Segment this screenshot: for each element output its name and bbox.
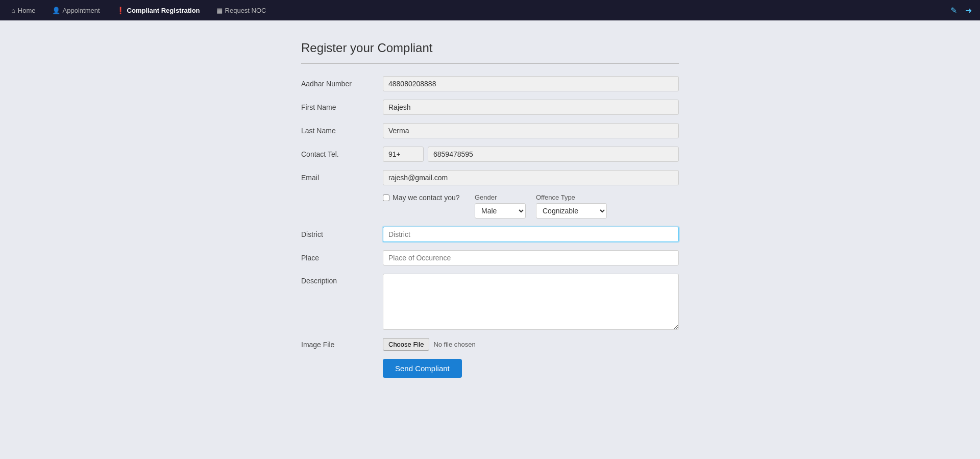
nav-item-compliant[interactable]: ❗ Compliant Registration — [113, 5, 203, 16]
offence-label: Offence Type — [536, 194, 607, 201]
offence-select[interactable]: Cognizable Non-Cognizable — [536, 203, 607, 219]
contact-options-row: May we contact you? Gender Male Female O… — [301, 194, 679, 219]
description-row: Description — [301, 274, 679, 330]
home-icon: ⌂ — [11, 7, 15, 14]
contact-row-content: May we contact you? Gender Male Female O… — [383, 194, 679, 219]
lastname-label: Last Name — [301, 127, 383, 135]
contact-checkbox[interactable] — [383, 195, 389, 201]
tel-number-input — [428, 147, 679, 162]
contact-checkbox-group: May we contact you? — [383, 194, 464, 202]
image-file-row: Image File Choose File No file chosen — [301, 338, 679, 351]
navbar-right: ✎ ➜ — [950, 6, 972, 15]
image-label: Image File — [301, 341, 383, 349]
gender-label: Gender — [475, 194, 526, 201]
firstname-label: First Name — [301, 103, 383, 111]
user-icon: 👤 — [52, 7, 60, 14]
description-textarea[interactable] — [383, 274, 679, 330]
edit-icon[interactable]: ✎ — [950, 6, 957, 15]
divider — [301, 63, 679, 64]
contact-tel-row: Contact Tel. — [301, 147, 679, 162]
choose-file-button[interactable]: Choose File — [383, 338, 429, 351]
aadhar-row: Aadhar Number — [301, 76, 679, 91]
email-row: Email — [301, 170, 679, 185]
place-input[interactable] — [383, 250, 679, 265]
tel-group — [383, 147, 679, 162]
page-title: Register your Compliant — [301, 41, 679, 55]
navbar-left: ⌂ Home 👤 Appointment ❗ Compliant Registr… — [8, 5, 269, 16]
tel-prefix-input — [383, 147, 424, 162]
offence-group: Offence Type Cognizable Non-Cognizable — [536, 194, 607, 219]
nav-label-noc: Request NOC — [225, 7, 266, 14]
contact-label: Contact Tel. — [301, 150, 383, 158]
lastname-input — [383, 123, 679, 138]
email-input — [383, 170, 679, 185]
logout-icon[interactable]: ➜ — [965, 6, 972, 15]
aadhar-input — [383, 76, 679, 91]
district-input[interactable] — [383, 227, 679, 242]
nav-item-home[interactable]: ⌂ Home — [8, 5, 39, 16]
place-row: Place — [301, 250, 679, 265]
nav-label-home: Home — [18, 7, 36, 14]
contact-checkbox-label[interactable]: May we contact you? — [393, 194, 460, 202]
description-label: Description — [301, 274, 383, 285]
district-row: District — [301, 227, 679, 242]
firstname-input — [383, 100, 679, 115]
gender-group: Gender Male Female Other — [475, 194, 526, 219]
email-label: Email — [301, 174, 383, 182]
place-label: Place — [301, 254, 383, 262]
nav-item-noc[interactable]: ▦ Request NOC — [213, 5, 270, 16]
main-content: Register your Compliant Aadhar Number Fi… — [291, 41, 689, 408]
navbar: ⌂ Home 👤 Appointment ❗ Compliant Registr… — [0, 0, 980, 20]
nav-label-compliant: Compliant Registration — [127, 7, 200, 14]
nav-item-appointment[interactable]: 👤 Appointment — [49, 5, 103, 16]
send-compliant-button[interactable]: Send Compliant — [383, 359, 462, 378]
aadhar-label: Aadhar Number — [301, 80, 383, 88]
nav-label-appointment: Appointment — [63, 7, 100, 14]
district-label: District — [301, 230, 383, 238]
doc-icon: ▦ — [216, 7, 223, 14]
lastname-row: Last Name — [301, 123, 679, 138]
exclamation-icon: ❗ — [116, 7, 125, 14]
gender-select[interactable]: Male Female Other — [475, 203, 526, 219]
file-name-text: No file chosen — [433, 341, 475, 348]
firstname-row: First Name — [301, 100, 679, 115]
